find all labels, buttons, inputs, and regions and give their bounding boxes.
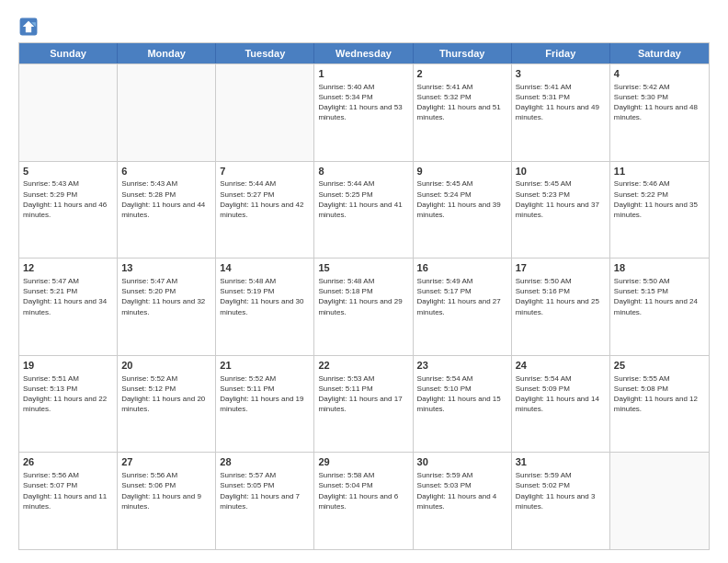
day-number: 12: [23, 261, 113, 275]
calendar-row-2: 5Sunrise: 5:43 AM Sunset: 5:29 PM Daylig…: [19, 161, 709, 259]
day-info: Sunrise: 5:54 AM Sunset: 5:09 PM Dayligh…: [516, 373, 606, 415]
day-info: Sunrise: 5:53 AM Sunset: 5:11 PM Dayligh…: [318, 373, 408, 415]
day-number: 20: [121, 359, 211, 373]
calendar-cell-24: 24Sunrise: 5:54 AM Sunset: 5:09 PM Dayli…: [512, 356, 610, 453]
weekday-header-friday: Friday: [512, 43, 610, 63]
day-info: Sunrise: 5:41 AM Sunset: 5:32 PM Dayligh…: [417, 82, 507, 123]
day-info: Sunrise: 5:44 AM Sunset: 5:27 PM Dayligh…: [220, 178, 310, 220]
calendar-row-5: 26Sunrise: 5:56 AM Sunset: 5:07 PM Dayli…: [19, 452, 709, 549]
calendar-cell-2: 2Sunrise: 5:41 AM Sunset: 5:32 PM Daylig…: [414, 64, 512, 161]
calendar-cell-13: 13Sunrise: 5:47 AM Sunset: 5:20 PM Dayli…: [118, 259, 216, 355]
calendar-cell-1: 1Sunrise: 5:40 AM Sunset: 5:34 PM Daylig…: [314, 64, 413, 161]
day-number: 5: [23, 165, 113, 178]
day-number: 17: [516, 261, 606, 275]
calendar-header: SundayMondayTuesdayWednesdayThursdayFrid…: [19, 43, 709, 63]
weekday-header-tuesday: Tuesday: [216, 43, 314, 63]
calendar-cell-15: 15Sunrise: 5:48 AM Sunset: 5:18 PM Dayli…: [314, 259, 413, 355]
day-info: Sunrise: 5:54 AM Sunset: 5:10 PM Dayligh…: [417, 373, 507, 415]
calendar-cell-4: 4Sunrise: 5:42 AM Sunset: 5:30 PM Daylig…: [610, 64, 709, 161]
calendar-cell-25: 25Sunrise: 5:55 AM Sunset: 5:08 PM Dayli…: [610, 356, 709, 453]
weekday-header-monday: Monday: [118, 43, 216, 63]
day-info: Sunrise: 5:51 AM Sunset: 5:13 PM Dayligh…: [23, 373, 113, 415]
day-number: 14: [220, 261, 310, 275]
calendar-cell-8: 8Sunrise: 5:44 AM Sunset: 5:25 PM Daylig…: [314, 162, 413, 259]
day-number: 27: [121, 455, 211, 469]
day-info: Sunrise: 5:44 AM Sunset: 5:25 PM Dayligh…: [318, 178, 408, 220]
day-info: Sunrise: 5:59 AM Sunset: 5:02 PM Dayligh…: [516, 470, 606, 511]
day-info: Sunrise: 5:59 AM Sunset: 5:03 PM Dayligh…: [417, 470, 507, 511]
day-number: 10: [516, 165, 606, 178]
calendar-row-3: 12Sunrise: 5:47 AM Sunset: 5:21 PM Dayli…: [19, 258, 709, 355]
calendar-row-4: 19Sunrise: 5:51 AM Sunset: 5:13 PM Dayli…: [19, 355, 709, 453]
calendar-cell-12: 12Sunrise: 5:47 AM Sunset: 5:21 PM Dayli…: [19, 259, 118, 355]
calendar-cell-14: 14Sunrise: 5:48 AM Sunset: 5:19 PM Dayli…: [216, 259, 314, 355]
page: SundayMondayTuesdayWednesdayThursdayFrid…: [0, 0, 728, 563]
day-number: 22: [318, 359, 408, 373]
calendar-cell-23: 23Sunrise: 5:54 AM Sunset: 5:10 PM Dayli…: [414, 356, 512, 453]
calendar-body: 1Sunrise: 5:40 AM Sunset: 5:34 PM Daylig…: [19, 63, 709, 549]
day-info: Sunrise: 5:48 AM Sunset: 5:19 PM Dayligh…: [220, 276, 310, 317]
calendar-cell-29: 29Sunrise: 5:58 AM Sunset: 5:04 PM Dayli…: [314, 453, 413, 549]
calendar-cell-16: 16Sunrise: 5:49 AM Sunset: 5:17 PM Dayli…: [414, 259, 512, 355]
day-number: 28: [220, 455, 310, 469]
day-number: 7: [220, 165, 310, 178]
day-number: 30: [417, 455, 507, 469]
day-number: 15: [318, 261, 408, 275]
calendar-cell-17: 17Sunrise: 5:50 AM Sunset: 5:16 PM Dayli…: [512, 259, 610, 355]
day-info: Sunrise: 5:55 AM Sunset: 5:08 PM Dayligh…: [614, 373, 705, 415]
day-number: 16: [417, 261, 507, 275]
weekday-header-sunday: Sunday: [19, 43, 118, 63]
day-info: Sunrise: 5:47 AM Sunset: 5:20 PM Dayligh…: [121, 276, 211, 317]
calendar-cell-3: 3Sunrise: 5:41 AM Sunset: 5:31 PM Daylig…: [512, 64, 610, 161]
calendar-cell-22: 22Sunrise: 5:53 AM Sunset: 5:11 PM Dayli…: [314, 356, 413, 453]
day-number: 2: [417, 67, 507, 81]
calendar-cell-27: 27Sunrise: 5:56 AM Sunset: 5:06 PM Dayli…: [118, 453, 216, 549]
calendar-cell-18: 18Sunrise: 5:50 AM Sunset: 5:15 PM Dayli…: [610, 259, 709, 355]
day-number: 21: [220, 359, 310, 373]
calendar-cell-19: 19Sunrise: 5:51 AM Sunset: 5:13 PM Dayli…: [19, 356, 118, 453]
calendar-cell-26: 26Sunrise: 5:56 AM Sunset: 5:07 PM Dayli…: [19, 453, 118, 549]
day-info: Sunrise: 5:52 AM Sunset: 5:11 PM Dayligh…: [220, 373, 310, 415]
day-number: 9: [417, 165, 507, 178]
logo: [18, 17, 42, 37]
day-number: 6: [121, 165, 211, 178]
day-number: 31: [516, 455, 606, 469]
calendar-cell-empty: [610, 453, 709, 549]
day-info: Sunrise: 5:45 AM Sunset: 5:23 PM Dayligh…: [516, 178, 606, 220]
day-info: Sunrise: 5:45 AM Sunset: 5:24 PM Dayligh…: [417, 178, 507, 220]
day-number: 4: [614, 67, 705, 81]
day-number: 18: [614, 261, 705, 275]
day-info: Sunrise: 5:43 AM Sunset: 5:29 PM Dayligh…: [23, 178, 113, 220]
calendar-cell-empty: [118, 64, 216, 161]
day-number: 29: [318, 455, 408, 469]
day-info: Sunrise: 5:41 AM Sunset: 5:31 PM Dayligh…: [516, 82, 606, 123]
day-info: Sunrise: 5:52 AM Sunset: 5:12 PM Dayligh…: [121, 373, 211, 415]
day-info: Sunrise: 5:50 AM Sunset: 5:16 PM Dayligh…: [516, 276, 606, 317]
day-info: Sunrise: 5:47 AM Sunset: 5:21 PM Dayligh…: [23, 276, 113, 317]
day-info: Sunrise: 5:42 AM Sunset: 5:30 PM Dayligh…: [614, 82, 705, 123]
calendar-cell-6: 6Sunrise: 5:43 AM Sunset: 5:28 PM Daylig…: [118, 162, 216, 259]
calendar-cell-30: 30Sunrise: 5:59 AM Sunset: 5:03 PM Dayli…: [414, 453, 512, 549]
day-info: Sunrise: 5:57 AM Sunset: 5:05 PM Dayligh…: [220, 470, 310, 511]
day-info: Sunrise: 5:58 AM Sunset: 5:04 PM Dayligh…: [318, 470, 408, 511]
day-info: Sunrise: 5:48 AM Sunset: 5:18 PM Dayligh…: [318, 276, 408, 317]
day-info: Sunrise: 5:40 AM Sunset: 5:34 PM Dayligh…: [318, 82, 408, 123]
day-number: 1: [318, 67, 408, 81]
day-number: 24: [516, 359, 606, 373]
day-number: 13: [121, 261, 211, 275]
calendar-cell-empty: [19, 64, 118, 161]
day-number: 8: [318, 165, 408, 178]
calendar-cell-28: 28Sunrise: 5:57 AM Sunset: 5:05 PM Dayli…: [216, 453, 314, 549]
calendar: SundayMondayTuesdayWednesdayThursdayFrid…: [18, 42, 710, 550]
calendar-cell-7: 7Sunrise: 5:44 AM Sunset: 5:27 PM Daylig…: [216, 162, 314, 259]
calendar-cell-empty: [216, 64, 314, 161]
day-number: 19: [23, 359, 113, 373]
calendar-cell-20: 20Sunrise: 5:52 AM Sunset: 5:12 PM Dayli…: [118, 356, 216, 453]
calendar-cell-5: 5Sunrise: 5:43 AM Sunset: 5:29 PM Daylig…: [19, 162, 118, 259]
day-number: 26: [23, 455, 113, 469]
calendar-cell-10: 10Sunrise: 5:45 AM Sunset: 5:23 PM Dayli…: [512, 162, 610, 259]
weekday-header-saturday: Saturday: [610, 43, 709, 63]
day-info: Sunrise: 5:43 AM Sunset: 5:28 PM Dayligh…: [121, 178, 211, 220]
calendar-row-1: 1Sunrise: 5:40 AM Sunset: 5:34 PM Daylig…: [19, 63, 709, 161]
day-info: Sunrise: 5:50 AM Sunset: 5:15 PM Dayligh…: [614, 276, 705, 317]
